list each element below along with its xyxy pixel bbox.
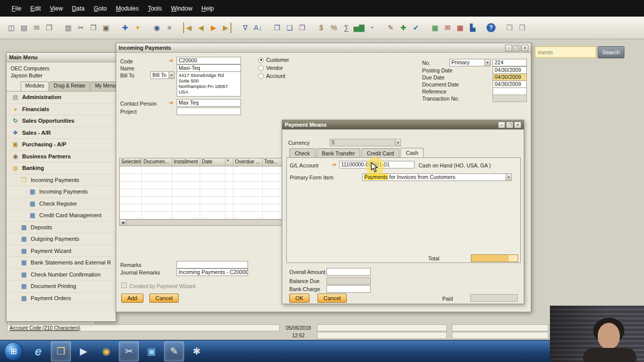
paste-icon[interactable]: ▣ (101, 23, 111, 33)
lock-icon[interactable]: ✦ (132, 23, 143, 33)
menu-item-credit-card-management[interactable]: ▦Credit Card Management (7, 210, 116, 222)
file-explorer-icon[interactable]: ❒ (51, 341, 71, 361)
tab-drag-relate[interactable]: Drag & Relate (49, 81, 90, 91)
reference-field[interactable] (493, 87, 527, 95)
previous-record-icon[interactable]: ◀ (196, 23, 206, 33)
tab-check[interactable]: Check (289, 148, 315, 157)
tab-cash[interactable]: Cash (400, 148, 424, 157)
menu-item-bank-statements-and-external-r[interactable]: ▦Bank Statements and External R (7, 257, 116, 269)
radio-vendor[interactable]: Vendor (258, 65, 289, 71)
column-header-selected[interactable]: Selected (120, 158, 142, 166)
notes-app-icon[interactable]: ✎ (164, 341, 184, 361)
due-date-field[interactable]: 04/30/2009 (493, 73, 527, 81)
first-record-icon[interactable]: ◀ (183, 23, 194, 33)
primary-form-item-selector[interactable]: Payments for Invoices from Customers ▼ (362, 173, 512, 181)
scroll-left-icon[interactable]: ◀ (120, 220, 126, 225)
print-layout-icon[interactable]: ▥ (63, 23, 73, 33)
menu-tools[interactable]: Tools (143, 4, 167, 14)
target-document-icon[interactable]: ❐ (297, 23, 307, 33)
bill-to-selector[interactable]: Bill To ▼ (150, 71, 175, 79)
next-record-icon[interactable]: ▶ (208, 23, 219, 33)
link-arrow-icon[interactable]: ➜ (332, 161, 336, 168)
menu-file[interactable]: File (7, 4, 26, 14)
menu-item-sales-a-r[interactable]: ❖Sales - A/R (7, 127, 116, 139)
base-document-icon[interactable]: ❏ (284, 23, 295, 33)
preview-icon[interactable]: ◫ (6, 23, 17, 33)
window-close-icon[interactable]: ✕ (514, 122, 521, 128)
cancel-button[interactable]: Cancel (317, 294, 347, 303)
incoming-payments-title-bar[interactable]: Incoming Payments ─ ❐ ✕ (116, 43, 531, 53)
total-field[interactable] (471, 254, 518, 262)
menu-item-payment-orders[interactable]: ▦Payment Orders (7, 293, 116, 305)
menu-item-financials[interactable]: ◕Financials (7, 104, 116, 116)
column-header-documen[interactable]: Documen... (142, 158, 172, 166)
menu-edit[interactable]: Edit (26, 4, 45, 14)
add-row-icon[interactable]: ✚ (398, 23, 409, 33)
grid-green-icon[interactable]: ▦ (430, 23, 440, 33)
column-header-date[interactable]: Date (200, 158, 225, 166)
link-arrow-icon[interactable]: ➜ (169, 57, 173, 64)
menu-item-incoming-payments-2[interactable]: ▦Incoming Payments (7, 186, 116, 198)
menu-item-sales-opportunities[interactable]: ↻Sales Opportunities (7, 115, 116, 127)
radio-account[interactable]: Account (258, 73, 289, 79)
journal-remarks-field[interactable]: Incoming Payments - C20000 (177, 268, 248, 276)
zoom-chart-icon[interactable]: ◔ (366, 23, 377, 33)
internet-explorer-icon[interactable]: e (28, 341, 48, 361)
contact-person-field[interactable]: Max Teq (177, 99, 241, 107)
window-minimize-icon[interactable]: ─ (498, 122, 505, 128)
menu-item-business-partners[interactable]: ◉Business Partners (7, 151, 116, 163)
column-header-overdue[interactable]: Overdue ... (233, 158, 263, 166)
menu-data[interactable]: Data (67, 4, 89, 14)
menu-item-payment-wizard[interactable]: ▦Payment Wizard (7, 245, 116, 257)
help-icon[interactable]: ? (487, 23, 496, 32)
bill-to-address[interactable]: 4417 Stonebridge RdSuite 500Northampton … (177, 71, 241, 97)
list-icon[interactable]: ≡ (164, 23, 175, 33)
cancel-button[interactable]: Cancel (149, 294, 179, 303)
photos-app-icon[interactable]: ▣ (141, 341, 162, 361)
main-menu-title-bar[interactable]: Main Menu (7, 53, 116, 62)
window-1-icon[interactable]: ❒ (504, 23, 515, 33)
cut-icon[interactable]: ✂ (75, 23, 86, 33)
menu-item-outgoing-payments[interactable]: ▦Outgoing Payments (7, 233, 116, 245)
print-icon[interactable]: ▤ (19, 23, 29, 33)
menu-item-purchasing-a-p[interactable]: ▣Purchasing - A/P (7, 139, 116, 151)
find-icon[interactable]: ◉ (151, 23, 162, 33)
name-field[interactable]: Maxi-Teq (177, 64, 241, 72)
add-button[interactable]: Add (121, 294, 143, 303)
last-record-icon[interactable]: ▶ (221, 23, 231, 33)
menu-goto[interactable]: Goto (89, 4, 111, 14)
related-documents-icon[interactable]: ❐ (272, 23, 282, 33)
code-field[interactable]: C20000 (177, 57, 241, 64)
window-maximize-icon[interactable]: ❐ (506, 122, 513, 128)
search-input[interactable]: ments (535, 46, 596, 58)
email-icon[interactable]: ✉ (31, 23, 42, 33)
tab-credit-card[interactable]: Credit Card (361, 148, 399, 157)
window-minimize-icon[interactable]: ─ (505, 45, 512, 51)
column-header-[interactable]: * (225, 158, 233, 166)
media-player-icon[interactable]: ▶ (73, 341, 94, 361)
menu-window[interactable]: Window (167, 4, 197, 14)
document-date-field[interactable]: 04/30/2009 (493, 80, 527, 88)
menu-item-incoming-payments[interactable]: ❐Incoming Payments (7, 174, 116, 187)
tab-modules[interactable]: Modules (21, 81, 49, 91)
payment-icon[interactable]: $ (316, 23, 327, 33)
menu-item-check-number-confirmation[interactable]: ▦Check Number Confirmation (7, 269, 116, 281)
mail-alert-icon[interactable]: ✉ (442, 23, 453, 33)
menu-item-banking[interactable]: ◍Banking (7, 162, 116, 174)
window-close-icon[interactable]: ✕ (521, 45, 528, 51)
tab-bank-transfer[interactable]: Bank Transfer (316, 148, 360, 157)
filter-icon[interactable]: ∇ (240, 23, 251, 33)
payment-means-title-bar[interactable]: Payment Means ─ ❐ ✕ (282, 120, 524, 130)
menu-help[interactable]: Help (197, 4, 218, 14)
move-icon[interactable]: ✚ (120, 23, 130, 33)
menu-item-check-register[interactable]: ▦Check Register (7, 198, 116, 210)
remarks-field[interactable] (177, 261, 248, 268)
menu-view[interactable]: View (45, 4, 67, 14)
menu-modules[interactable]: Modules (111, 4, 143, 14)
menu-item-document-printing[interactable]: ▦Document Printing (7, 281, 116, 293)
radio-customer[interactable]: Customer (258, 57, 289, 63)
link-arrow-icon[interactable]: ➜ (169, 100, 173, 106)
chrome-icon[interactable]: ◉ (96, 341, 116, 361)
sort-icon[interactable]: A↓ (253, 23, 263, 33)
tab-my-menu[interactable]: My Menu (91, 81, 116, 91)
